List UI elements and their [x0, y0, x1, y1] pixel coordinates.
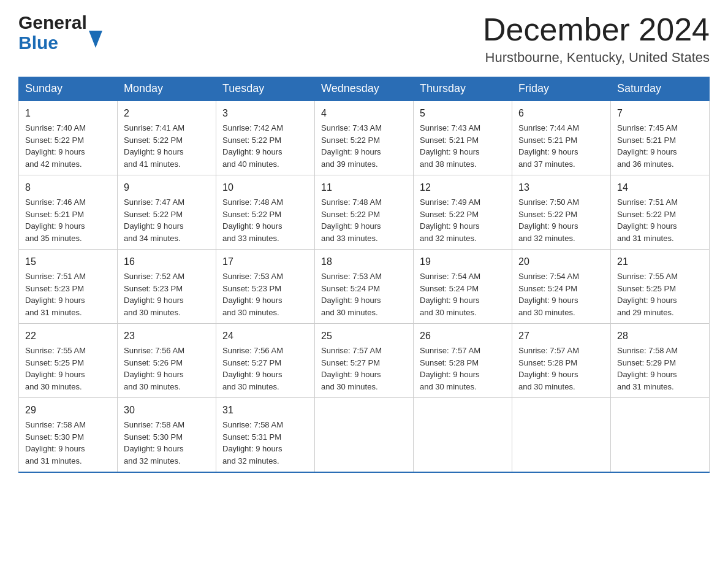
calendar-cell	[315, 398, 414, 473]
day-info: Sunrise: 7:41 AMSunset: 5:22 PMDaylight:…	[124, 122, 210, 170]
day-info: Sunrise: 7:48 AMSunset: 5:22 PMDaylight:…	[222, 196, 308, 244]
day-info: Sunrise: 7:48 AMSunset: 5:22 PMDaylight:…	[321, 196, 407, 244]
day-number: 28	[617, 329, 703, 343]
calendar-cell: 7Sunrise: 7:45 AMSunset: 5:21 PMDaylight…	[611, 101, 710, 175]
day-info: Sunrise: 7:40 AMSunset: 5:22 PMDaylight:…	[25, 122, 111, 170]
day-info: Sunrise: 7:47 AMSunset: 5:22 PMDaylight:…	[124, 196, 210, 244]
day-info: Sunrise: 7:51 AMSunset: 5:23 PMDaylight:…	[25, 270, 111, 318]
day-number: 17	[222, 255, 308, 269]
calendar-cell: 25Sunrise: 7:57 AMSunset: 5:27 PMDayligh…	[315, 324, 414, 398]
weekday-header-wednesday: Wednesday	[315, 77, 414, 101]
day-number: 12	[420, 180, 506, 195]
day-number: 2	[124, 106, 210, 121]
day-number: 14	[617, 180, 703, 195]
calendar-cell: 15Sunrise: 7:51 AMSunset: 5:23 PMDayligh…	[19, 250, 118, 324]
calendar-cell: 18Sunrise: 7:53 AMSunset: 5:24 PMDayligh…	[315, 250, 414, 324]
week-row-3: 15Sunrise: 7:51 AMSunset: 5:23 PMDayligh…	[19, 250, 710, 324]
calendar-cell: 31Sunrise: 7:58 AMSunset: 5:31 PMDayligh…	[216, 398, 315, 473]
day-info: Sunrise: 7:50 AMSunset: 5:22 PMDaylight:…	[518, 196, 604, 244]
calendar-cell: 24Sunrise: 7:56 AMSunset: 5:27 PMDayligh…	[216, 324, 315, 398]
calendar-cell: 27Sunrise: 7:57 AMSunset: 5:28 PMDayligh…	[512, 324, 611, 398]
day-number: 27	[518, 329, 604, 343]
day-info: Sunrise: 7:51 AMSunset: 5:22 PMDaylight:…	[617, 196, 703, 244]
day-info: Sunrise: 7:58 AMSunset: 5:30 PMDaylight:…	[25, 419, 111, 467]
page-header: General Blue December 2024 Hurstbourne, …	[18, 12, 710, 66]
day-info: Sunrise: 7:55 AMSunset: 5:25 PMDaylight:…	[617, 270, 703, 318]
title-block: December 2024 Hurstbourne, Kentucky, Uni…	[483, 12, 710, 66]
day-number: 23	[124, 329, 210, 343]
day-number: 21	[617, 255, 703, 269]
day-number: 8	[25, 180, 111, 195]
calendar-cell: 26Sunrise: 7:57 AMSunset: 5:28 PMDayligh…	[414, 324, 512, 398]
calendar-cell: 14Sunrise: 7:51 AMSunset: 5:22 PMDayligh…	[611, 175, 710, 250]
day-number: 26	[420, 329, 506, 343]
day-number: 13	[518, 180, 604, 195]
day-info: Sunrise: 7:49 AMSunset: 5:22 PMDaylight:…	[420, 196, 506, 244]
weekday-header-row: SundayMondayTuesdayWednesdayThursdayFrid…	[19, 77, 710, 101]
day-info: Sunrise: 7:44 AMSunset: 5:21 PMDaylight:…	[518, 122, 604, 170]
day-info: Sunrise: 7:58 AMSunset: 5:31 PMDaylight:…	[222, 419, 308, 467]
week-row-2: 8Sunrise: 7:46 AMSunset: 5:21 PMDaylight…	[19, 175, 710, 250]
day-info: Sunrise: 7:53 AMSunset: 5:23 PMDaylight:…	[222, 270, 308, 318]
week-row-1: 1Sunrise: 7:40 AMSunset: 5:22 PMDaylight…	[19, 101, 710, 175]
day-number: 11	[321, 180, 407, 195]
weekday-header-monday: Monday	[118, 77, 216, 101]
calendar-cell: 6Sunrise: 7:44 AMSunset: 5:21 PMDaylight…	[512, 101, 611, 175]
weekday-header-thursday: Thursday	[414, 77, 512, 101]
day-info: Sunrise: 7:58 AMSunset: 5:29 PMDaylight:…	[617, 345, 703, 393]
calendar-cell: 23Sunrise: 7:56 AMSunset: 5:26 PMDayligh…	[118, 324, 216, 398]
calendar-cell: 12Sunrise: 7:49 AMSunset: 5:22 PMDayligh…	[414, 175, 512, 250]
day-info: Sunrise: 7:43 AMSunset: 5:21 PMDaylight:…	[420, 122, 506, 170]
day-number: 22	[25, 329, 111, 343]
calendar-cell: 13Sunrise: 7:50 AMSunset: 5:22 PMDayligh…	[512, 175, 611, 250]
week-row-4: 22Sunrise: 7:55 AMSunset: 5:25 PMDayligh…	[19, 324, 710, 398]
calendar-cell: 30Sunrise: 7:58 AMSunset: 5:30 PMDayligh…	[118, 398, 216, 473]
logo-general-text: General	[18, 12, 87, 33]
calendar-cell: 2Sunrise: 7:41 AMSunset: 5:22 PMDaylight…	[118, 101, 216, 175]
day-number: 15	[25, 255, 111, 269]
day-number: 31	[222, 403, 308, 418]
calendar-cell: 11Sunrise: 7:48 AMSunset: 5:22 PMDayligh…	[315, 175, 414, 250]
svg-marker-0	[89, 31, 102, 48]
day-number: 20	[518, 255, 604, 269]
calendar-cell: 3Sunrise: 7:42 AMSunset: 5:22 PMDaylight…	[216, 101, 315, 175]
location-title: Hurstbourne, Kentucky, United States	[483, 50, 710, 66]
calendar-cell: 20Sunrise: 7:54 AMSunset: 5:24 PMDayligh…	[512, 250, 611, 324]
calendar-cell	[414, 398, 512, 473]
day-info: Sunrise: 7:55 AMSunset: 5:25 PMDaylight:…	[25, 345, 111, 393]
logo: General Blue	[18, 12, 102, 53]
day-info: Sunrise: 7:58 AMSunset: 5:30 PMDaylight:…	[124, 419, 210, 467]
day-info: Sunrise: 7:57 AMSunset: 5:28 PMDaylight:…	[420, 345, 506, 393]
day-info: Sunrise: 7:56 AMSunset: 5:26 PMDaylight:…	[124, 345, 210, 393]
calendar-cell: 17Sunrise: 7:53 AMSunset: 5:23 PMDayligh…	[216, 250, 315, 324]
day-info: Sunrise: 7:56 AMSunset: 5:27 PMDaylight:…	[222, 345, 308, 393]
calendar-cell	[611, 398, 710, 473]
day-number: 4	[321, 106, 407, 121]
day-info: Sunrise: 7:54 AMSunset: 5:24 PMDaylight:…	[420, 270, 506, 318]
logo-blue-text: Blue	[18, 33, 87, 53]
day-number: 30	[124, 403, 210, 418]
calendar-cell: 28Sunrise: 7:58 AMSunset: 5:29 PMDayligh…	[611, 324, 710, 398]
day-info: Sunrise: 7:43 AMSunset: 5:22 PMDaylight:…	[321, 122, 407, 170]
month-title: December 2024	[483, 12, 710, 47]
day-number: 24	[222, 329, 308, 343]
day-info: Sunrise: 7:57 AMSunset: 5:27 PMDaylight:…	[321, 345, 407, 393]
calendar-cell: 1Sunrise: 7:40 AMSunset: 5:22 PMDaylight…	[19, 101, 118, 175]
calendar-table: SundayMondayTuesdayWednesdayThursdayFrid…	[18, 77, 710, 473]
day-number: 16	[124, 255, 210, 269]
day-number: 7	[617, 106, 703, 121]
day-number: 29	[25, 403, 111, 418]
calendar-cell: 16Sunrise: 7:52 AMSunset: 5:23 PMDayligh…	[118, 250, 216, 324]
calendar-cell: 10Sunrise: 7:48 AMSunset: 5:22 PMDayligh…	[216, 175, 315, 250]
week-row-5: 29Sunrise: 7:58 AMSunset: 5:30 PMDayligh…	[19, 398, 710, 473]
day-info: Sunrise: 7:57 AMSunset: 5:28 PMDaylight:…	[518, 345, 604, 393]
calendar-cell: 5Sunrise: 7:43 AMSunset: 5:21 PMDaylight…	[414, 101, 512, 175]
day-number: 10	[222, 180, 308, 195]
weekday-header-saturday: Saturday	[611, 77, 710, 101]
calendar-cell: 22Sunrise: 7:55 AMSunset: 5:25 PMDayligh…	[19, 324, 118, 398]
day-number: 19	[420, 255, 506, 269]
day-info: Sunrise: 7:52 AMSunset: 5:23 PMDaylight:…	[124, 270, 210, 318]
day-number: 18	[321, 255, 407, 269]
calendar-cell: 21Sunrise: 7:55 AMSunset: 5:25 PMDayligh…	[611, 250, 710, 324]
day-info: Sunrise: 7:46 AMSunset: 5:21 PMDaylight:…	[25, 196, 111, 244]
